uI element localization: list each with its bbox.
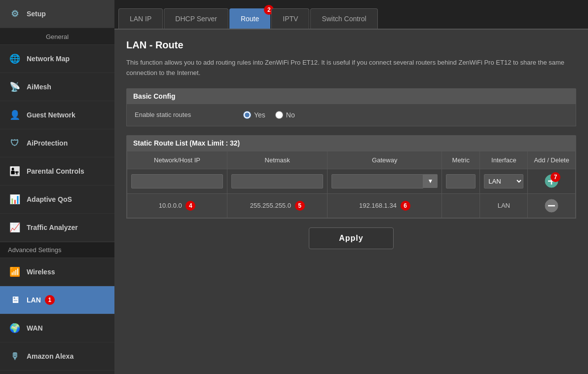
input-netmask[interactable] <box>231 174 323 188</box>
sidebar-item-guest-network[interactable]: 👤 Guest Network <box>0 101 114 129</box>
row5-badge: 5 <box>295 201 305 211</box>
page-title: LAN - Route <box>126 39 576 51</box>
sidebar-item-label: Network Map <box>27 55 70 63</box>
aiprotection-icon: 🛡 <box>8 136 22 150</box>
row-gateway: 192.168.1.34 6 <box>328 193 442 218</box>
sidebar-item-amazon-alexa[interactable]: 🎙 Amazon Alexa <box>0 342 114 371</box>
lan-badge: 1 <box>45 295 55 305</box>
gateway-input-wrapper: ▼ <box>331 174 438 188</box>
apply-btn-row: Apply <box>126 227 576 249</box>
setup-icon: ⚙ <box>8 7 22 21</box>
input-network-host-ip[interactable] <box>131 174 223 188</box>
delete-route-button[interactable] <box>545 199 558 213</box>
input-row: ▼ LAN WAN <box>127 169 576 193</box>
radio-yes-input[interactable] <box>243 111 251 119</box>
row-interface: LAN <box>480 193 528 218</box>
input-interface-select[interactable]: LAN WAN <box>484 174 523 188</box>
sidebar-item-label: Adaptive QoS <box>27 195 72 203</box>
main-content: LAN IP DHCP Server Route 2 IPTV Switch C… <box>114 0 588 374</box>
static-routes-radio-group: Yes No <box>243 111 295 119</box>
input-gateway[interactable] <box>331 174 423 188</box>
wan-icon: 🌍 <box>8 321 22 335</box>
sidebar-item-label: AiMesh <box>27 83 51 91</box>
sidebar-item-label: WAN <box>27 324 43 332</box>
radio-no-input[interactable] <box>275 111 283 119</box>
delete-circle-icon <box>545 199 558 213</box>
tab-lan-ip[interactable]: LAN IP <box>118 8 163 29</box>
col-netmask: Netmask <box>227 151 328 169</box>
page-description: This function allows you to add routing … <box>126 58 576 78</box>
sidebar: ⚙ Setup General 🌐 Network Map 📡 AiMesh 👤… <box>0 0 114 374</box>
sidebar-item-traffic-analyzer[interactable]: 📈 Traffic Analyzer <box>0 214 114 242</box>
sidebar-item-setup[interactable]: ⚙ Setup <box>0 0 114 28</box>
sidebar-item-wan[interactable]: 🌍 WAN <box>0 314 114 342</box>
parental-controls-icon: 👨‍👧 <box>8 164 22 178</box>
adaptive-qos-icon: 📊 <box>8 192 22 206</box>
static-route-list-header: Static Route List (Max Limit : 32) <box>126 135 576 151</box>
radio-yes[interactable]: Yes <box>243 111 265 119</box>
static-route-list-body: Network/Host IP Netmask Gateway Metric I… <box>126 151 576 219</box>
guest-network-icon: 👤 <box>8 108 22 122</box>
aimesh-icon: 📡 <box>8 80 22 94</box>
sidebar-item-wireless[interactable]: 📶 Wireless <box>0 258 114 286</box>
apply-button[interactable]: Apply <box>309 227 393 249</box>
col-gateway: Gateway <box>328 151 442 169</box>
row6-badge: 6 <box>401 201 410 211</box>
basic-config-body: Enable static routes Yes No <box>126 104 576 126</box>
advanced-settings-label: Advanced Settings <box>0 242 114 258</box>
radio-no[interactable]: No <box>275 111 295 119</box>
sidebar-item-label: Amazon Alexa <box>27 352 74 360</box>
route-table: Network/Host IP Netmask Gateway Metric I… <box>127 151 576 218</box>
table-row: 10.0.0.0 4 255.255.255.0 5 192.168.1.34 … <box>127 193 576 218</box>
enable-static-routes-label: Enable static routes <box>135 111 243 118</box>
input-add-delete-cell: 7 <box>528 169 576 193</box>
sidebar-item-aimesh[interactable]: 📡 AiMesh <box>0 73 114 101</box>
sidebar-item-lan[interactable]: 🖥 LAN 1 <box>0 286 114 314</box>
sidebar-item-aiprotection[interactable]: 🛡 AiProtection <box>0 129 114 157</box>
sidebar-item-network-map[interactable]: 🌐 Network Map <box>0 45 114 73</box>
col-network-host-ip: Network/Host IP <box>127 151 227 169</box>
sidebar-general-label: General <box>0 28 114 45</box>
sidebar-item-label: Wireless <box>27 268 55 276</box>
tab-bar: LAN IP DHCP Server Route 2 IPTV Switch C… <box>114 0 588 30</box>
sidebar-item-label: LAN <box>27 296 41 304</box>
amazon-alexa-icon: 🎙 <box>8 349 22 363</box>
col-metric: Metric <box>442 151 480 169</box>
tab-switch-control[interactable]: Switch Control <box>310 8 377 29</box>
network-map-icon: 🌐 <box>8 52 22 66</box>
row-netmask: 255.255.255.0 5 <box>227 193 328 218</box>
input-metric-cell <box>442 169 480 193</box>
lan-icon: 🖥 <box>8 293 22 307</box>
traffic-analyzer-icon: 📈 <box>8 221 22 234</box>
basic-config-section: Basic Config Enable static routes Yes No <box>126 88 576 126</box>
input-metric[interactable] <box>446 174 476 188</box>
basic-config-header: Basic Config <box>126 88 576 104</box>
sidebar-item-label: Parental Controls <box>27 167 84 175</box>
sidebar-item-label: Traffic Analyzer <box>27 224 78 231</box>
sidebar-item-label: Guest Network <box>27 111 75 119</box>
tab-iptv[interactable]: IPTV <box>271 8 309 29</box>
tab-dhcp-server[interactable]: DHCP Server <box>164 8 228 29</box>
input-interface-cell: LAN WAN <box>480 169 528 193</box>
add-btn-wrapper: 7 <box>545 174 558 188</box>
sidebar-item-label: AiProtection <box>27 139 68 147</box>
content-area: LAN - Route This function allows you to … <box>114 30 588 374</box>
enable-static-routes-row: Enable static routes Yes No <box>127 104 576 126</box>
radio-yes-label: Yes <box>254 111 265 119</box>
col-interface: Interface <box>480 151 528 169</box>
input-gateway-cell: ▼ <box>328 169 442 193</box>
input-network-host-ip-cell <box>127 169 227 193</box>
radio-no-label: No <box>286 111 295 119</box>
tab-route[interactable]: Route 2 <box>229 8 270 29</box>
sidebar-item-adaptive-qos[interactable]: 📊 Adaptive QoS <box>0 186 114 214</box>
col-add-delete: Add / Delete <box>528 151 576 169</box>
row-metric <box>442 193 480 218</box>
row-network-host-ip: 10.0.0.0 4 <box>127 193 227 218</box>
input-netmask-cell <box>227 169 328 193</box>
sidebar-item-parental-controls[interactable]: 👨‍👧 Parental Controls <box>0 157 114 186</box>
gateway-dropdown-btn[interactable]: ▼ <box>423 174 438 188</box>
add-badge: 7 <box>551 172 560 182</box>
wireless-icon: 📶 <box>8 265 22 279</box>
sidebar-item-label: Setup <box>27 10 46 18</box>
row4-badge: 4 <box>185 201 195 211</box>
